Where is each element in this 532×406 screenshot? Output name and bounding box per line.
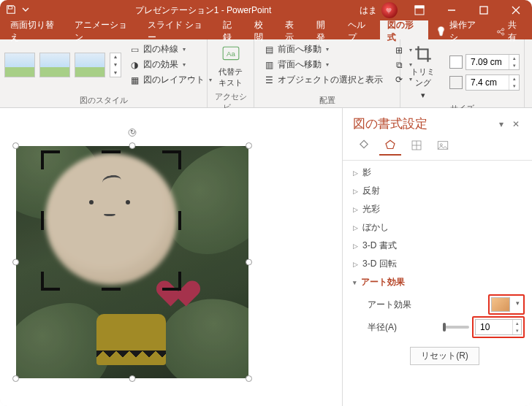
border-icon: ▭ <box>129 44 140 55</box>
ribbon-tabs: 画面切り替え アニメーション スライド ショー 記録 校閲 表示 開発 ヘルプ … <box>0 20 532 39</box>
resize-handle[interactable] <box>12 375 19 382</box>
radius-slider[interactable] <box>443 326 469 329</box>
effects-icon: ◑ <box>129 59 140 71</box>
window-title: プレゼンテーション1 - PowerPoint <box>51 4 355 17</box>
picture-layout-button[interactable]: ▦図のレイアウト▾ <box>127 73 213 87</box>
section-artistic-effects[interactable]: ▾アート効果 <box>353 276 522 288</box>
artistic-effect-picker[interactable] <box>491 297 510 312</box>
picture-content <box>16 146 248 378</box>
bring-forward-button[interactable]: ▤前面へ移動▾ <box>262 42 384 56</box>
width-input[interactable]: 7.4 cm▴▾ <box>466 74 520 91</box>
alt-text-button[interactable]: Aa 代替テキスト <box>212 42 249 90</box>
gallery-more-button[interactable]: ▴▾▾ <box>110 53 121 77</box>
minimize-button[interactable] <box>436 0 468 20</box>
alt-text-icon: Aa <box>221 44 241 64</box>
resize-handle[interactable] <box>12 142 19 149</box>
pane-tab-picture[interactable] <box>432 137 454 156</box>
pane-options-button[interactable]: ▾ <box>494 119 509 129</box>
style-thumb[interactable] <box>39 53 70 77</box>
selection-pane-button[interactable]: ☰オブジェクトの選択と表示 <box>262 73 384 87</box>
radius-input[interactable]: 10▴▾ <box>475 319 522 335</box>
section-3d-format[interactable]: ▷3-D 書式 <box>353 240 522 252</box>
ribbon-display-button[interactable] <box>403 0 436 20</box>
radius-label: 半径(A) <box>368 321 437 334</box>
artistic-effect-label: アート効果 <box>368 299 485 311</box>
group-label-arrange: 配置 <box>259 93 395 107</box>
autosave-icon[interactable] <box>6 4 16 17</box>
picture-effects-button[interactable]: ◑図の効果▾ <box>127 58 213 72</box>
qat-more-icon[interactable] <box>22 5 29 15</box>
selection-icon: ☰ <box>263 74 275 86</box>
section-reflection[interactable]: ▷反射 <box>353 185 522 197</box>
pane-close-button[interactable]: ✕ <box>509 119 523 129</box>
tell-me-button[interactable]: 操作アシ <box>428 20 490 39</box>
tab-animations[interactable]: アニメーション <box>67 20 140 39</box>
reset-button[interactable]: リセット(R) <box>410 347 479 365</box>
maximize-button[interactable] <box>468 0 500 20</box>
tab-picture-format[interactable]: 図の形式 <box>380 20 428 39</box>
selected-picture[interactable] <box>16 146 248 378</box>
crop-button[interactable]: トリミング▾ <box>405 42 441 102</box>
send-backward-icon: ▥ <box>263 59 275 71</box>
share-button[interactable]: 共有 <box>489 20 532 39</box>
section-soft-edges[interactable]: ▷ぼかし <box>353 221 522 234</box>
resize-handle[interactable] <box>129 142 136 149</box>
bring-forward-icon: ▤ <box>263 44 275 55</box>
picture-border-button[interactable]: ▭図の枠線▾ <box>127 42 213 56</box>
ribbon: ▴▾▾ ▭図の枠線▾ ◑図の効果▾ ▦図のレイアウト▾ 図のスタイル Aa 代替… <box>0 39 532 108</box>
crop-frame[interactable] <box>41 150 181 291</box>
style-thumb[interactable] <box>75 53 105 77</box>
send-backward-button[interactable]: ▥背面へ移動▾ <box>262 58 384 72</box>
picture-styles-gallery[interactable]: ▴▾▾ <box>4 53 121 77</box>
user-name[interactable]: はま <box>355 4 381 17</box>
style-thumb[interactable] <box>4 53 35 77</box>
resize-handle[interactable] <box>246 375 252 382</box>
tab-developer[interactable]: 開発 <box>309 20 341 39</box>
pane-tab-size[interactable] <box>406 137 428 156</box>
close-button[interactable] <box>500 0 532 20</box>
layout-icon: ▦ <box>129 74 140 86</box>
svg-point-5 <box>498 30 500 32</box>
tab-record[interactable]: 記録 <box>216 20 247 39</box>
svg-text:Aa: Aa <box>227 50 236 58</box>
pane-tab-effects[interactable] <box>379 137 401 156</box>
resize-handle[interactable] <box>12 259 19 266</box>
slide-canvas[interactable] <box>0 108 342 406</box>
svg-rect-4 <box>480 7 487 14</box>
svg-rect-0 <box>9 6 12 9</box>
tab-slideshow[interactable]: スライド ショー <box>140 20 216 39</box>
height-input[interactable]: 7.09 cm▴▾ <box>466 54 520 70</box>
svg-point-6 <box>502 28 504 30</box>
title-bar: プレゼンテーション1 - PowerPoint はま <box>0 0 532 20</box>
format-picture-pane: 図の書式設定 ▾ ✕ ▷影 ▷反射 ▷光彩 ▷ぼかし ▷3-D 書式 ▷3-D … <box>342 108 532 406</box>
resize-handle[interactable] <box>246 259 252 266</box>
crop-icon <box>413 44 433 64</box>
tab-view[interactable]: 表示 <box>278 20 309 39</box>
tab-review[interactable]: 校閲 <box>247 20 278 39</box>
pane-tab-fill[interactable] <box>353 137 375 156</box>
height-icon <box>449 55 463 69</box>
rotate-handle[interactable] <box>129 129 137 137</box>
tab-help[interactable]: ヘルプ <box>341 20 380 39</box>
resize-handle[interactable] <box>246 142 252 149</box>
resize-handle[interactable] <box>129 375 136 382</box>
pane-title: 図の書式設定 <box>353 115 494 132</box>
section-shadow[interactable]: ▷影 <box>353 166 522 179</box>
section-3d-rotation[interactable]: ▷3-D 回転 <box>353 258 522 270</box>
svg-point-7 <box>502 33 504 35</box>
section-glow[interactable]: ▷光彩 <box>353 203 522 215</box>
width-icon <box>449 76 463 89</box>
avatar[interactable] <box>381 2 398 18</box>
svg-rect-2 <box>415 6 424 8</box>
tab-transitions[interactable]: 画面切り替え <box>3 20 67 39</box>
group-label-styles: 図のスタイル <box>4 93 202 107</box>
